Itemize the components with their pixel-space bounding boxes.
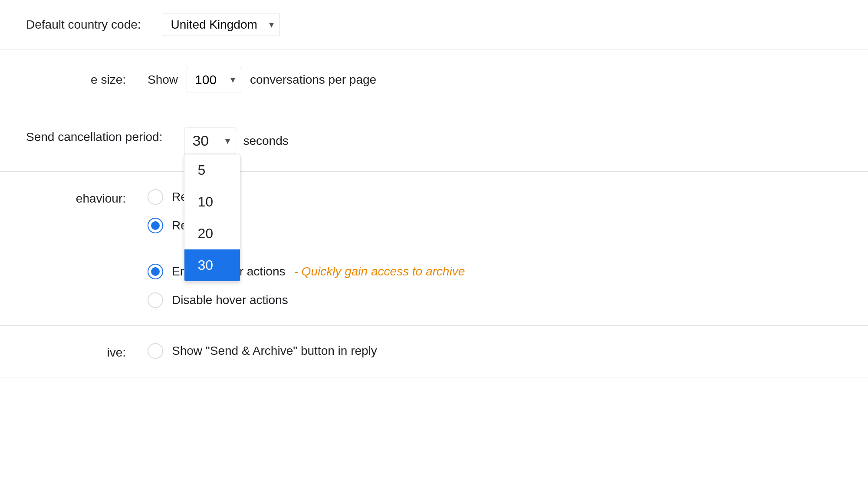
page-size-select[interactable]: 10 25 50 100 [187, 67, 241, 92]
archive-label: ive: [26, 343, 148, 360]
enable-hover-radio[interactable] [148, 264, 163, 279]
page-size-show-text: Show [148, 73, 178, 87]
cancellation-content: 30 ▾ 5 10 20 30 seconds [184, 128, 288, 154]
cancellation-dropdown-wrapper[interactable]: 30 ▾ 5 10 20 30 [184, 128, 236, 154]
default-country-row: Default country code: United Kingdom [0, 0, 868, 49]
cancellation-selected-value: 30 [192, 132, 209, 149]
send-archive-label: Show "Send & Archive" button in reply [172, 344, 377, 358]
archive-row: ive: Show "Send & Archive" button in rep… [0, 326, 868, 377]
cancellation-dropdown-trigger[interactable]: 30 ▾ [184, 128, 236, 154]
disable-hover-radio[interactable] [148, 292, 163, 308]
page-size-content: Show 10 25 50 100 conversations per page [148, 67, 376, 92]
cancellation-option-30[interactable]: 30 [184, 249, 240, 281]
default-country-select[interactable]: United Kingdom [163, 13, 280, 36]
cancellation-suffix-text: seconds [243, 134, 288, 148]
archive-content: Show "Send & Archive" button in reply [148, 343, 377, 359]
disable-hover-label: Disable hover actions [172, 293, 288, 307]
page-size-suffix-text: conversations per page [250, 73, 376, 87]
page-size-label: e size: [26, 73, 148, 87]
cancellation-option-5[interactable]: 5 [184, 154, 240, 186]
reply-radio[interactable] [148, 189, 163, 205]
cancellation-option-10[interactable]: 10 [184, 186, 240, 218]
page-size-row: e size: Show 10 25 50 100 conversations … [0, 49, 868, 110]
cancellation-dropdown-menu[interactable]: 5 10 20 30 [184, 154, 240, 282]
page-size-select-wrapper[interactable]: 10 25 50 100 [187, 67, 241, 92]
default-country-label: Default country code: [26, 18, 163, 32]
send-archive-option[interactable]: Show "Send & Archive" button in reply [148, 343, 377, 359]
dropdown-chevron-icon: ▾ [225, 135, 230, 147]
enable-hover-hint: - Quickly gain access to archive [294, 265, 465, 278]
behaviour-label: ehaviour: [26, 189, 148, 206]
send-archive-radio[interactable] [148, 343, 163, 359]
default-country-select-wrapper[interactable]: United Kingdom [163, 13, 280, 36]
cancellation-label: Send cancellation period: [26, 128, 184, 144]
reply-all-radio[interactable] [148, 218, 163, 233]
settings-container: Default country code: United Kingdom e s… [0, 0, 868, 488]
disable-hover-option[interactable]: Disable hover actions [148, 292, 465, 308]
cancellation-option-20[interactable]: 20 [184, 218, 240, 249]
behaviour-section: ehaviour: Reply Reply all Enable hover a… [0, 172, 868, 326]
default-country-value: United Kingdom [163, 13, 280, 36]
cancellation-section: Send cancellation period: 30 ▾ 5 10 20 3… [0, 110, 868, 172]
